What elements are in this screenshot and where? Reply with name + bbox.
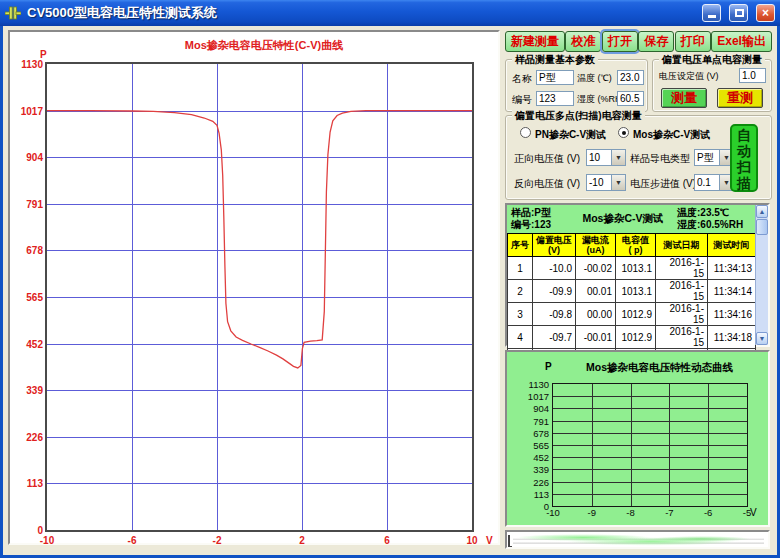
y-tick-label: 565	[11, 292, 43, 303]
minimize-button[interactable]	[702, 4, 721, 22]
gridline-horizontal	[553, 457, 747, 458]
table-row[interactable]: 3-09.800.001012.92016-1-1511:34:16	[508, 303, 756, 326]
group-title: 样品测量基本参数	[512, 53, 598, 67]
close-button[interactable]: ×	[756, 4, 775, 22]
table-cell: 11:34:18	[708, 326, 756, 349]
auto-scan-button[interactable]: 自动扫描	[730, 124, 758, 192]
table-cell: 11:34:13	[708, 257, 756, 280]
reverse-voltage-value: -10	[587, 175, 611, 190]
group-title: 偏置电压多点(扫描)电容测量	[512, 109, 645, 123]
voltage-set-field[interactable]	[739, 68, 766, 83]
scroll-down-icon[interactable]: ▼	[756, 332, 768, 345]
y-tick-label: 904	[515, 403, 549, 414]
table-cell: 11:34:16	[708, 303, 756, 326]
id-label: 编号	[512, 93, 532, 107]
gridline-horizontal	[553, 494, 747, 495]
temperature-field[interactable]	[617, 70, 644, 85]
sample-id-field[interactable]	[536, 91, 574, 106]
table-cell: -10.0	[533, 257, 576, 280]
remeasure-button[interactable]: 重测	[717, 88, 763, 108]
column-header: 漏电流 (uA)	[576, 234, 616, 257]
minimize-icon	[708, 15, 716, 18]
toolbar-button-excel-export[interactable]: Exel输出	[711, 31, 772, 52]
voltage-step-select[interactable]: 0.1 ▼	[694, 174, 734, 191]
y-tick-label: 339	[515, 464, 549, 475]
single-point-group: 偏置电压单点电容测量 电压设定值 (V) 测量 重测	[652, 59, 772, 112]
toolbar-button-print[interactable]: 打印	[675, 31, 711, 52]
y-tick-label: 904	[11, 152, 43, 163]
x-tick-label: -10	[32, 535, 62, 546]
toolbar-button-new-measurement[interactable]: 新建测量	[505, 31, 565, 52]
chart-title: Mos掺杂电容电压特性(C-V)曲线	[40, 38, 488, 53]
scroll-up-icon[interactable]: ▲	[756, 205, 768, 218]
restore-button[interactable]	[729, 4, 748, 22]
forward-voltage-value: 10	[587, 150, 611, 165]
voltage-step-value: 0.1	[695, 175, 719, 190]
table-row[interactable]: 4-09.7-00.011012.92016-1-1511:34:18	[508, 326, 756, 349]
table-cell: 1013.1	[616, 257, 656, 280]
y-tick-label: 678	[11, 245, 43, 256]
temperature-label: 温度 (℃)	[577, 72, 612, 85]
y-tick-label: 1130	[515, 379, 549, 390]
chart-title: Mos掺杂电容电压特性动态曲线	[559, 361, 760, 375]
column-header: 测试时间	[708, 234, 756, 257]
table-cell: -09.9	[533, 280, 576, 303]
humidity-field[interactable]	[617, 91, 644, 106]
sample-name-field[interactable]	[536, 70, 574, 85]
x-tick-label: -5	[732, 507, 762, 518]
table-cell: 1	[508, 257, 533, 280]
table-cell: -00.01	[576, 326, 616, 349]
reverse-voltage-label: 反向电压值 (V)	[514, 177, 580, 191]
gridline-horizontal	[553, 469, 747, 470]
scrollbar-thumb[interactable]	[756, 219, 768, 235]
x-tick-label: -8	[616, 507, 646, 518]
measure-button[interactable]: 测量	[661, 88, 707, 108]
y-tick-label: 565	[515, 440, 549, 451]
gridline-horizontal	[553, 421, 747, 422]
radio-mos-doping[interactable]	[618, 127, 629, 138]
voltage-step-label: 电压步进值 (V)	[630, 177, 696, 191]
column-header: 偏置电压 (V)	[533, 234, 576, 257]
restore-icon	[735, 9, 744, 17]
y-tick-label: 678	[515, 428, 549, 439]
title-bar[interactable]: CV5000型电容电压特性测试系统 ×	[0, 0, 780, 26]
table-row[interactable]: 1-10.0-00.021013.12016-1-1511:34:13	[508, 257, 756, 280]
radio-pn-doping[interactable]	[520, 127, 531, 138]
app-icon	[5, 5, 21, 21]
sample-type-label: 样品导电类型	[630, 152, 690, 166]
cv-curve-chart-panel: Mos掺杂电容电压特性(C-V)曲线 P V -10-6-22610011322…	[8, 30, 500, 545]
x-tick-label: -2	[202, 535, 232, 546]
table-row[interactable]: 2-09.900.011013.12016-1-1511:34:14	[508, 280, 756, 303]
toolbar-button-open[interactable]: 打开	[602, 31, 638, 52]
y-tick-label: 0	[11, 525, 43, 536]
status-mark	[508, 535, 512, 547]
sample-params-group: 样品测量基本参数 名称 温度 (℃) 编号 湿度 (%RH)	[505, 59, 648, 112]
table-cell: 1013.1	[616, 280, 656, 303]
x-tick-label: -7	[654, 507, 684, 518]
dynamic-curve-chart-panel: P Mos掺杂电容电压特性动态曲线 V -10-9-8-7-6-50113226…	[505, 350, 770, 527]
table-cell: -09.7	[533, 326, 576, 349]
toolbar-button-save[interactable]: 保存	[638, 31, 674, 52]
forward-voltage-select[interactable]: 10 ▼	[586, 149, 626, 166]
y-tick-label: 226	[11, 432, 43, 443]
table-cell: 1012.9	[616, 303, 656, 326]
info-temperature: 温度:23.5℃	[677, 207, 755, 219]
toolbar-button-calibrate[interactable]: 校准	[565, 31, 601, 52]
voltage-set-label: 电压设定值 (V)	[659, 70, 719, 83]
reverse-voltage-select[interactable]: -10 ▼	[586, 174, 626, 191]
table-cell: 00.01	[576, 280, 616, 303]
y-tick-label: 791	[11, 199, 43, 210]
x-axis-unit-label: V	[486, 535, 493, 546]
table-cell: 3	[508, 303, 533, 326]
radio-mos-label: Mos掺杂C-V测试	[633, 128, 710, 142]
info-sample: 样品:P型	[511, 207, 569, 219]
y-tick-label: 113	[515, 489, 549, 500]
gridline-horizontal	[553, 433, 747, 434]
column-header: 电容值 ( p)	[616, 234, 656, 257]
sample-type-select[interactable]: P型 ▼	[694, 149, 734, 166]
results-panel: 样品:P型 编号:123 Mos掺杂C-V测试 温度:23.5℃ 湿度:60.5…	[505, 203, 770, 347]
table-cell: 11:34:14	[708, 280, 756, 303]
app-window: CV5000型电容电压特性测试系统 × Mos掺杂电容电压特性(C-V)曲线 P…	[0, 0, 780, 558]
name-label: 名称	[512, 72, 532, 86]
table-scrollbar[interactable]: ▲ ▼	[755, 205, 768, 345]
